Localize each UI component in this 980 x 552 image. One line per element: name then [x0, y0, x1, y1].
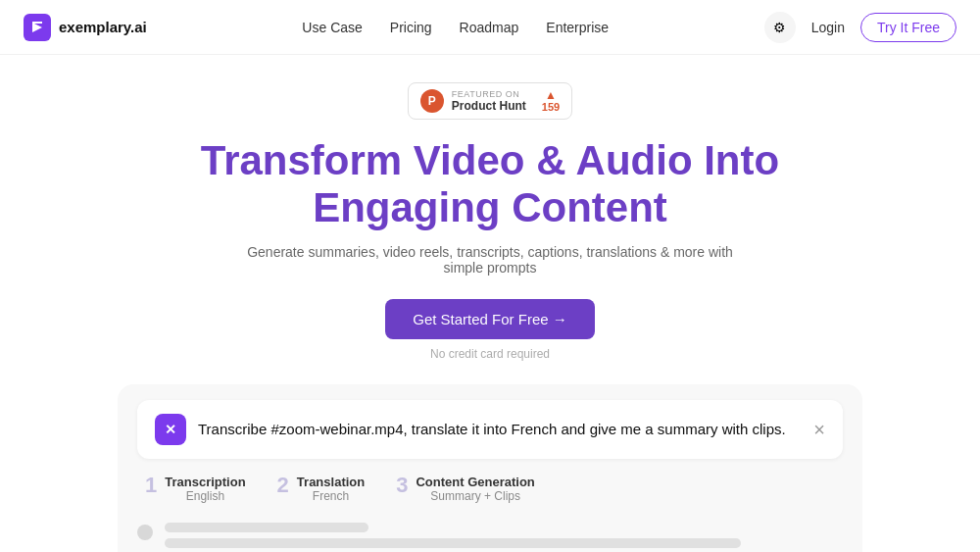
ph-name-label: Product Hunt — [452, 99, 526, 113]
hero-section: P FEATURED ON Product Hunt ▲ 159 Transfo… — [0, 55, 980, 552]
step-1-label: Transcription — [165, 475, 245, 489]
nav-enterprise[interactable]: Enterprise — [546, 20, 609, 35]
demo-container: ✕ Transcribe #zoom-webinar.mp4, translat… — [118, 384, 862, 552]
step-1-value: English — [165, 489, 245, 503]
step-2-label: Translation — [297, 475, 365, 489]
settings-button[interactable]: ⚙ — [764, 12, 796, 43]
logo-link[interactable]: exemplary.ai — [24, 14, 147, 41]
skel-line — [165, 538, 741, 548]
hero-title: Transform Video & Audio Into Engaging Co… — [147, 137, 833, 232]
demo-prompt-left: ✕ Transcribe #zoom-webinar.mp4, translat… — [155, 414, 786, 445]
nav-use-case[interactable]: Use Case — [302, 20, 362, 35]
skeleton-row-1 — [137, 523, 843, 552]
ph-vote-count: 159 — [542, 101, 560, 113]
loading-lines — [137, 519, 843, 552]
settings-icon: ⚙ — [773, 20, 786, 35]
step-2-value: French — [297, 489, 365, 503]
step-2-info: Translation French — [297, 475, 365, 503]
step-1-num: 1 — [145, 475, 157, 496]
ph-logo-icon: P — [420, 89, 444, 113]
login-button[interactable]: Login — [811, 20, 845, 35]
step-1-info: Transcription English — [165, 475, 245, 503]
nav-pricing[interactable]: Pricing — [390, 20, 432, 35]
step-3-label: Content Generation — [416, 475, 534, 489]
demo-close-button[interactable]: × — [813, 420, 825, 439]
ph-up-arrow: ▲ — [545, 89, 557, 101]
ph-featured-label: FEATURED ON — [452, 89, 519, 99]
ph-text-group: FEATURED ON Product Hunt — [452, 89, 526, 113]
logo-icon — [24, 14, 51, 41]
step-1: 1 Transcription English — [145, 475, 246, 503]
skel-line — [165, 523, 368, 532]
step-3-value: Summary + Clips — [416, 489, 534, 503]
step-2: 2 Translation French — [277, 475, 366, 503]
logo-text: exemplary.ai — [59, 19, 147, 35]
step-3: 3 Content Generation Summary + Clips — [396, 475, 535, 503]
nav-actions: ⚙ Login Try It Free — [764, 12, 956, 43]
cta-button[interactable]: Get Started For Free → — [385, 299, 595, 339]
navbar: exemplary.ai Use Case Pricing Roadmap En… — [0, 0, 980, 55]
ph-vote-group: ▲ 159 — [542, 89, 560, 113]
product-hunt-badge[interactable]: P FEATURED ON Product Hunt ▲ 159 — [408, 82, 572, 120]
demo-brand-icon: ✕ — [155, 414, 186, 445]
demo-prompt-row: ✕ Transcribe #zoom-webinar.mp4, translat… — [137, 400, 843, 459]
nav-links: Use Case Pricing Roadmap Enterprise — [302, 19, 609, 36]
try-free-button[interactable]: Try It Free — [860, 13, 956, 42]
skeleton-lines-1 — [165, 523, 843, 552]
hero-subtitle: Generate summaries, video reels, transcr… — [245, 244, 735, 276]
step-3-num: 3 — [396, 475, 408, 496]
step-3-info: Content Generation Summary + Clips — [416, 475, 534, 503]
logo-svg — [28, 19, 46, 36]
nav-roadmap[interactable]: Roadmap — [460, 20, 519, 35]
steps-row: 1 Transcription English 2 Translation Fr… — [137, 475, 843, 519]
step-2-num: 2 — [277, 475, 289, 496]
skeleton-circle-1 — [137, 525, 153, 540]
demo-prompt-text: Transcribe #zoom-webinar.mp4, translate … — [198, 421, 786, 437]
no-card-text: No credit card required — [430, 347, 550, 361]
